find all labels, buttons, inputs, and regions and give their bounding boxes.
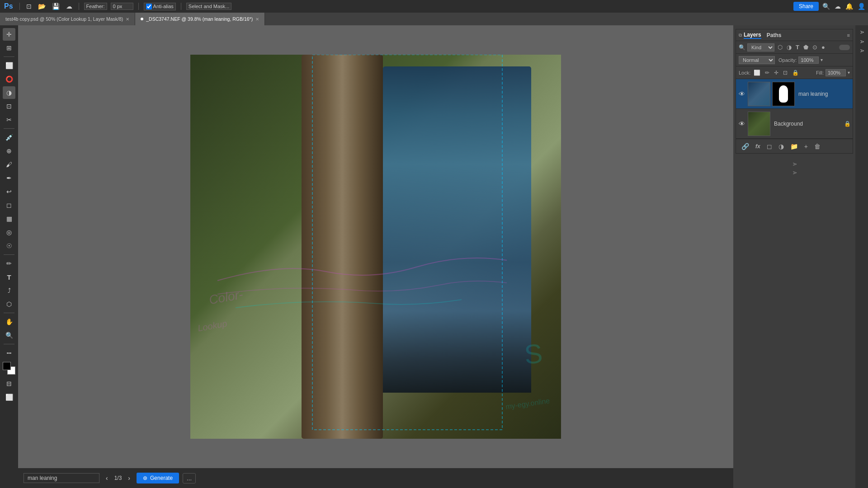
layer-1-mask-thumbnail[interactable] [772,82,795,106]
share-button[interactable]: Share [793,2,819,11]
hand-tool[interactable]: ✋ [3,315,15,328]
panel-expand-icon[interactable]: ⧉ [739,33,742,38]
opacity-input[interactable] [798,56,819,64]
blur-tool[interactable]: ◎ [3,226,15,239]
filter-fill-icon[interactable]: ● [820,43,826,51]
gen-next-button[interactable]: › [125,474,133,483]
heal-tool[interactable]: ⊕ [3,145,15,157]
tab-1-close[interactable]: ✕ [126,17,129,22]
gradient-tool[interactable]: ▦ [3,212,15,225]
user-icon[interactable]: 👤 [858,3,865,10]
props-icon-1[interactable]: A [790,161,799,168]
fill-arrow-icon[interactable]: ▾ [848,70,850,75]
anti-alias-check[interactable] [146,4,152,9]
lock-all-icon[interactable]: 🔒 [791,69,800,76]
marquee-tool[interactable]: ⬜ [3,59,15,72]
canvas-image[interactable]: Color- Lookup my-egy.online S [190,55,561,439]
paths-tab[interactable]: Paths [767,32,782,38]
zoom-tool[interactable]: 🔍 [3,329,15,342]
link-layers-icon[interactable]: 🔗 [740,142,751,151]
move-tool[interactable]: ✛ [3,28,15,41]
select-mask-btn[interactable]: Select and Mask... [186,3,232,10]
layers-tab[interactable]: Layers [744,32,761,39]
anti-alias-label: Anti-alias [153,4,174,9]
cloud-sync-icon[interactable]: ☁ [835,3,841,10]
far-right-icon-3[interactable]: A [859,47,865,54]
lock-artboard-icon[interactable]: ⊡ [782,69,789,76]
fill-input[interactable] [826,69,846,76]
open-doc-icon[interactable]: 📂 [37,2,47,11]
clone-stamp-tool[interactable]: ✒ [3,172,15,184]
add-mask-icon[interactable]: ◻ [765,142,774,151]
lock-position-icon[interactable]: ✛ [773,69,780,76]
color-swatches[interactable] [3,362,15,375]
right-properties-panel: A A [733,157,855,488]
tab-2[interactable]: _DSC3747.NEF @ 39.8% (man leaning, RGB/1… [135,13,265,25]
delete-layer-icon[interactable]: 🗑 [812,142,822,151]
props-icon-2[interactable]: A [790,169,799,176]
panel-header: ⧉ Layers Paths ≡ [736,29,853,41]
adjustment-layer-icon[interactable]: ◑ [777,142,786,151]
lock-label: Lock: [739,70,750,75]
filter-adjustment-icon[interactable]: ◑ [785,43,793,51]
ps-logo-icon[interactable]: Ps [3,1,14,11]
layer-item-background[interactable]: 👁 Background 🔒 [736,109,853,139]
gen-prev-button[interactable]: ‹ [103,474,111,483]
new-doc-icon[interactable]: ⊡ [25,2,33,11]
layer-item-man-leaning[interactable]: 👁 man leaning [736,79,853,109]
quick-select-tool[interactable]: ◑ [3,86,15,99]
history-brush-tool[interactable]: ↩ [3,185,15,198]
eyedropper-tool[interactable]: 💉 [3,131,15,144]
lock-transparent-icon[interactable]: ⬜ [752,69,762,76]
feather-input[interactable] [111,3,133,10]
gen-layer-name-input[interactable] [24,473,99,483]
crop-tool[interactable]: ⊡ [3,100,15,113]
layer-bottom-bar: 🔗 fx ◻ ◑ 📁 + 🗑 [736,139,853,153]
eraser-tool[interactable]: ◻ [3,199,15,211]
new-layer-icon[interactable]: + [802,142,810,151]
gen-more-button[interactable]: ... [183,473,196,483]
pen-tool[interactable]: ✏ [3,257,15,270]
filter-smart-icon[interactable]: ⊙ [811,43,819,51]
save-doc-icon[interactable]: 💾 [51,2,61,11]
type-tool[interactable]: T [3,271,15,283]
filter-icons-group: ⬡ ◑ T ⬟ ⊙ ● [776,43,826,51]
quick-mask-toggle[interactable]: ⊟ [3,377,15,390]
search-icon[interactable]: 🔍 [822,3,830,10]
more-tools-icon[interactable]: ••• [3,347,15,359]
notifications-icon[interactable]: 🔔 [845,3,853,10]
search-filter-icon[interactable]: 🔍 [739,44,745,51]
layer-1-visibility-toggle[interactable]: 👁 [738,89,746,99]
layer-1-thumbnail [748,82,770,106]
lasso-tool[interactable]: ⭕ [3,73,15,85]
path-tool[interactable]: ⤴ [3,284,15,297]
tab-bar: test4b copy.psd @ 50% (Color Lookup 1, L… [0,13,868,25]
layer-2-visibility-toggle[interactable]: 👁 [738,119,746,128]
panel-collapse-icon[interactable]: ≡ [847,33,850,38]
slice-tool[interactable]: ✂ [3,113,15,126]
shape-tool[interactable]: ⬡ [3,298,15,310]
filter-toggle[interactable] [839,45,850,50]
filter-kind-select[interactable]: Kind [747,43,774,52]
screen-mode-toggle[interactable]: ⬜ [3,391,15,404]
save-cloud-icon[interactable]: ☁ [65,2,74,11]
filter-type-icon[interactable]: T [794,43,801,51]
opacity-arrow-icon[interactable]: ▾ [821,57,823,62]
far-right-icon-1[interactable]: A [859,29,865,36]
generate-button[interactable]: ⊛ Generate [137,473,179,483]
brush-tool[interactable]: 🖌 [3,158,15,171]
canvas-wrapper: Color- Lookup my-egy.online S [18,25,733,468]
tab-2-close[interactable]: ✕ [255,17,259,22]
artboard-tool[interactable]: ⊞ [3,42,15,54]
foreground-color-swatch[interactable] [3,362,11,370]
dodge-tool[interactable]: ☉ [3,239,15,252]
new-group-icon[interactable]: 📁 [788,142,800,151]
anti-alias-checkbox[interactable]: Anti-alias [144,3,176,10]
far-right-icon-2[interactable]: A [859,38,865,45]
layer-fx-icon[interactable]: fx [754,142,762,150]
tab-1[interactable]: test4b copy.psd @ 50% (Color Lookup 1, L… [0,13,135,25]
filter-pixel-icon[interactable]: ⬡ [776,43,784,51]
blend-mode-select[interactable]: Normal [739,56,775,64]
filter-shape-icon[interactable]: ⬟ [802,43,810,51]
lock-paint-icon[interactable]: ✏ [764,69,771,76]
